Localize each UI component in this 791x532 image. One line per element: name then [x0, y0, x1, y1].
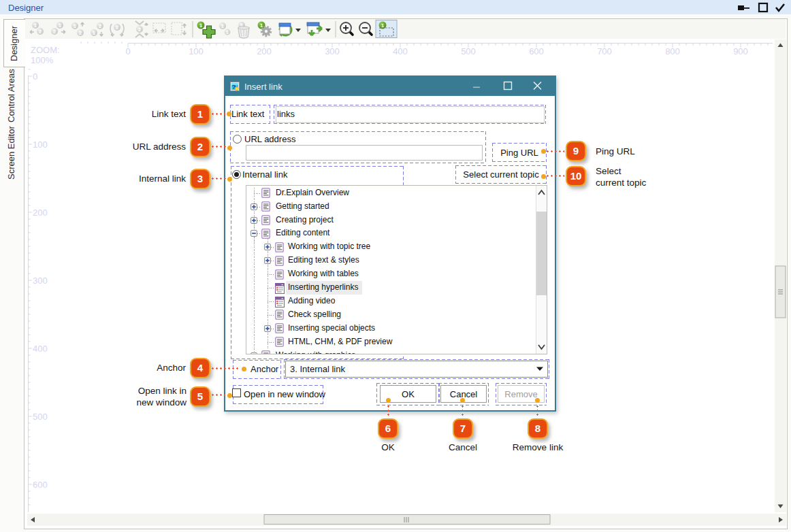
svg-text:400: 400: [33, 344, 48, 354]
svg-text:1: 1: [93, 31, 95, 35]
svg-text:2: 2: [39, 29, 42, 34]
svg-text:2: 2: [116, 25, 118, 30]
svg-text:200: 200: [33, 207, 48, 218]
svg-text:500: 500: [33, 412, 48, 422]
svg-text:1: 1: [260, 22, 263, 29]
svg-text:2: 2: [53, 29, 56, 34]
svg-text:1: 1: [199, 22, 202, 29]
svg-text:100: 100: [189, 46, 204, 56]
svg-text:0: 0: [125, 46, 130, 56]
svg-text:600: 600: [33, 480, 48, 490]
svg-text:0: 0: [33, 71, 37, 82]
svg-text:1: 1: [226, 30, 229, 35]
svg-text:100: 100: [33, 139, 48, 150]
svg-text:1: 1: [221, 24, 224, 29]
svg-text:300: 300: [325, 46, 340, 56]
svg-text:2: 2: [99, 24, 101, 29]
svg-text:200: 200: [257, 46, 272, 56]
svg-text:300: 300: [33, 276, 48, 286]
svg-text:700: 700: [597, 46, 612, 56]
svg-text:400: 400: [393, 46, 408, 56]
svg-text:1: 1: [59, 23, 61, 28]
svg-text:1: 1: [381, 22, 384, 29]
svg-text:500: 500: [461, 46, 476, 56]
svg-text:900: 900: [733, 46, 748, 56]
svg-text:1: 1: [74, 24, 76, 29]
svg-text:2: 2: [79, 31, 82, 35]
svg-text:2: 2: [138, 27, 141, 32]
svg-text:800: 800: [665, 46, 680, 56]
svg-text:600: 600: [529, 46, 544, 56]
svg-text:1: 1: [34, 23, 37, 28]
